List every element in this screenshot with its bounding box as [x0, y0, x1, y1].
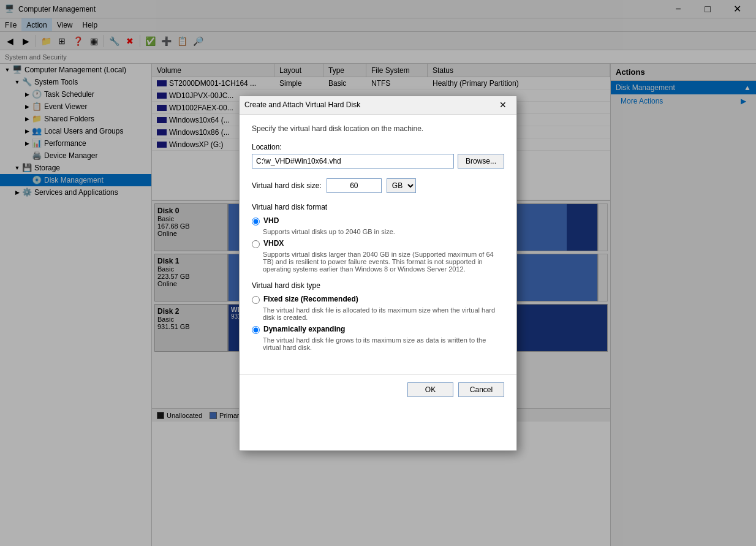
- dynamic-label[interactable]: Dynamically expanding: [263, 325, 345, 333]
- vhd-label[interactable]: VHD: [263, 216, 279, 225]
- location-input[interactable]: [252, 154, 454, 169]
- dynamic-desc: The virtual hard disk file grows to its …: [263, 336, 504, 351]
- dialog-close-button[interactable]: ✕: [494, 97, 512, 112]
- size-input[interactable]: [327, 178, 382, 193]
- vhd-radio[interactable]: [252, 218, 260, 226]
- fixed-label[interactable]: Fixed size (Recommended): [263, 295, 358, 303]
- dialog-content: Specify the virtual hard disk location o…: [240, 115, 516, 370]
- vhdx-desc: Supports virtual disks larger than 2040 …: [263, 251, 504, 273]
- dynamic-option: Dynamically expanding: [252, 325, 504, 334]
- vhd-option: VHD: [252, 216, 504, 226]
- ok-button[interactable]: OK: [407, 382, 453, 397]
- size-unit-select[interactable]: GB MB TB: [387, 178, 416, 193]
- create-vhd-dialog: Create and Attach Virtual Hard Disk ✕ Sp…: [239, 96, 517, 451]
- size-label: Virtual hard disk size:: [252, 181, 322, 190]
- type-label: Virtual hard disk type: [252, 281, 504, 290]
- location-row: Browse...: [252, 154, 504, 169]
- browse-button[interactable]: Browse...: [458, 154, 504, 169]
- dialog-footer: OK Cancel: [240, 374, 516, 407]
- dialog-title: Create and Attach Virtual Hard Disk: [244, 100, 494, 109]
- dialog-title-bar: Create and Attach Virtual Hard Disk ✕: [240, 96, 516, 115]
- format-label: Virtual hard disk format: [252, 203, 504, 211]
- vhdx-label[interactable]: VHDX: [263, 239, 284, 248]
- dynamic-radio[interactable]: [252, 326, 260, 334]
- fixed-desc: The virtual hard disk file is allocated …: [263, 306, 504, 321]
- vhdx-option: VHDX: [252, 239, 504, 248]
- fixed-radio[interactable]: [252, 296, 260, 304]
- fixed-option: Fixed size (Recommended): [252, 295, 504, 304]
- dialog-subtitle: Specify the virtual hard disk location o…: [252, 124, 504, 133]
- type-radio-group: Fixed size (Recommended) The virtual har…: [252, 295, 504, 351]
- format-radio-group: VHD Supports virtual disks up to 2040 GB…: [252, 216, 504, 273]
- dialog-overlay: Create and Attach Virtual Hard Disk ✕ Sp…: [0, 0, 756, 546]
- location-label: Location:: [252, 143, 504, 151]
- cancel-button[interactable]: Cancel: [458, 382, 504, 397]
- size-row: Virtual hard disk size: GB MB TB: [252, 178, 504, 193]
- vhd-desc: Supports virtual disks up to 2040 GB in …: [263, 228, 504, 235]
- vhdx-radio[interactable]: [252, 240, 260, 248]
